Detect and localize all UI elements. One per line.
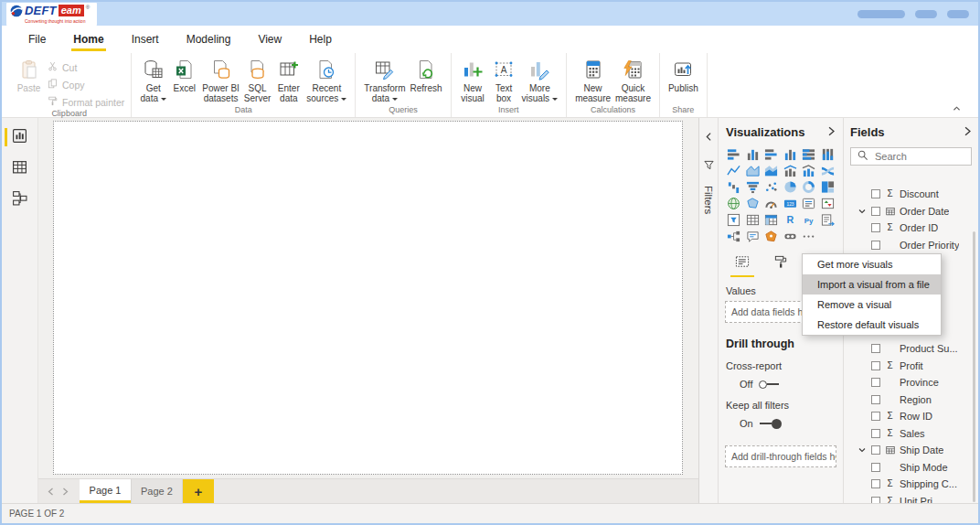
- collapse-chevron-icon[interactable]: [856, 445, 868, 455]
- ribbon-new-measure-button[interactable]: Newmeasure: [573, 58, 612, 104]
- viz-stacked-bar-chart[interactable]: [726, 148, 742, 163]
- search-input[interactable]: [873, 150, 964, 163]
- viz-clustered-column-chart[interactable]: [783, 148, 799, 163]
- ribbon-quick-measure-button[interactable]: Quickmeasure: [613, 58, 653, 104]
- tab-fields[interactable]: [730, 254, 754, 277]
- field-checkbox[interactable]: [871, 497, 880, 503]
- field-checkbox[interactable]: [871, 463, 880, 472]
- field-checkbox[interactable]: [871, 223, 880, 232]
- viz-line-chart[interactable]: [726, 165, 742, 179]
- page-tab-page-1[interactable]: Page 1: [80, 479, 131, 503]
- field-checkbox[interactable]: [871, 207, 880, 216]
- report-page-canvas[interactable]: [53, 121, 683, 475]
- viz-slicer[interactable]: [726, 214, 742, 229]
- viz-metrics-visual[interactable]: [783, 230, 799, 245]
- field-item-order-id[interactable]: ΣOrder ID: [849, 220, 973, 237]
- viz-r-script-visual[interactable]: R: [783, 214, 799, 229]
- menu-insert[interactable]: Insert: [118, 26, 173, 53]
- fields-search-box[interactable]: [850, 147, 972, 166]
- field-checkbox[interactable]: [871, 395, 880, 404]
- collapse-visualizations-chevron-icon[interactable]: [827, 125, 836, 139]
- ribbon-more-visuals-button[interactable]: Morevisuals: [520, 58, 560, 104]
- viz-scatter-chart[interactable]: [763, 181, 780, 196]
- collapse-ribbon-button[interactable]: [949, 102, 964, 114]
- keep-all-filters-toggle[interactable]: [760, 419, 782, 429]
- field-item-product-su[interactable]: Product Su...: [849, 340, 973, 358]
- field-item-order-date[interactable]: Order Date: [849, 203, 973, 220]
- field-checkbox[interactable]: [871, 344, 880, 353]
- fields-scrollbar[interactable]: [973, 231, 975, 502]
- field-checkbox[interactable]: [871, 189, 880, 198]
- viz-qa-visual[interactable]: [745, 230, 762, 245]
- field-checkbox[interactable]: [871, 378, 880, 387]
- next-page-icon[interactable]: [62, 483, 69, 499]
- sidebar-report-view-button[interactable]: [2, 125, 38, 149]
- viz-hundred-stacked-column-chart[interactable]: [820, 148, 836, 163]
- field-item-discount[interactable]: ΣDiscount: [849, 186, 973, 203]
- viz-hundred-stacked-bar-chart[interactable]: [801, 148, 817, 163]
- collapse-chevron-icon[interactable]: [856, 207, 868, 216]
- ribbon-refresh-button[interactable]: Refresh: [409, 58, 444, 94]
- ribbon-transform-data-button[interactable]: Transformdata: [362, 58, 407, 104]
- filters-pane-label[interactable]: Filters: [703, 186, 714, 214]
- viz-donut-chart[interactable]: [801, 181, 817, 196]
- viz-stacked-area-chart[interactable]: [763, 165, 780, 179]
- field-item-shipping-c[interactable]: ΣShipping C...: [849, 476, 973, 493]
- menu-home[interactable]: Home: [59, 26, 117, 53]
- field-item-region[interactable]: Region: [849, 391, 973, 409]
- page-tab-page-2[interactable]: Page 2: [131, 479, 183, 503]
- viz-key-influencers[interactable]: [726, 230, 742, 245]
- field-checkbox[interactable]: [871, 479, 880, 488]
- ribbon-text-box-button[interactable]: ATextbox: [489, 58, 519, 104]
- viz-stacked-column-chart[interactable]: [745, 148, 762, 163]
- menu-file[interactable]: File: [15, 26, 59, 53]
- menu-modeling[interactable]: Modeling: [173, 26, 245, 53]
- viz-line-and-stacked-column-chart[interactable]: [783, 165, 799, 179]
- ribbon-paste-button[interactable]: Paste: [14, 58, 44, 94]
- field-checkbox[interactable]: [871, 429, 880, 438]
- context-menu-item-remove-a-visual[interactable]: Remove a visual: [803, 295, 941, 315]
- window-control-pill[interactable]: [858, 10, 905, 18]
- viz-funnel-chart[interactable]: [745, 181, 762, 196]
- previous-page-icon[interactable]: [48, 483, 54, 499]
- window-control-pill[interactable]: [915, 10, 937, 18]
- viz-map[interactable]: [726, 198, 742, 212]
- field-checkbox[interactable]: [871, 445, 880, 455]
- sidebar-data-view-button[interactable]: [2, 156, 38, 180]
- ribbon-excel-button[interactable]: Excel: [169, 58, 199, 94]
- viz-treemap[interactable]: [820, 181, 836, 196]
- field-item-ship-mode[interactable]: Ship Mode: [849, 459, 973, 477]
- viz-multi-row-card[interactable]: [801, 198, 817, 212]
- menu-view[interactable]: View: [244, 26, 295, 53]
- viz-table[interactable]: [745, 214, 762, 229]
- filter-funnel-icon[interactable]: [704, 157, 714, 174]
- context-menu-item-get-more-visuals[interactable]: Get more visuals: [803, 254, 941, 274]
- viz-more-options-ellipsis[interactable]: [801, 230, 817, 245]
- sidebar-model-view-button[interactable]: [2, 188, 38, 211]
- ribbon-copy-button[interactable]: Copy: [47, 78, 124, 91]
- viz-clustered-bar-chart[interactable]: [763, 148, 780, 163]
- add-drill-through-fields-dropzone[interactable]: Add drill-through fields here: [725, 445, 836, 467]
- ribbon-format-painter-button[interactable]: Format painter: [47, 95, 124, 109]
- viz-python-visual[interactable]: Py: [801, 214, 817, 229]
- menu-help[interactable]: Help: [295, 26, 346, 53]
- field-checkbox[interactable]: [871, 412, 880, 421]
- field-item-sales[interactable]: ΣSales: [849, 425, 973, 443]
- field-checkbox[interactable]: [871, 241, 880, 250]
- collapse-fields-chevron-icon[interactable]: [964, 125, 972, 139]
- viz-kpi[interactable]: [820, 198, 836, 212]
- ribbon-enter-data-button[interactable]: Enterdata: [273, 58, 304, 104]
- viz-pie-chart[interactable]: [783, 181, 799, 196]
- ribbon-get-data-button[interactable]: Getdata: [138, 58, 168, 104]
- viz-area-chart[interactable]: [745, 165, 762, 179]
- viz-waterfall-chart[interactable]: [726, 181, 742, 196]
- viz-paginated-report[interactable]: [820, 214, 836, 229]
- viz-line-and-clustered-column-chart[interactable]: [801, 165, 817, 179]
- ribbon-power-bi-datasets-button[interactable]: Power BIdatasets: [200, 58, 241, 104]
- field-checkbox[interactable]: [871, 361, 880, 370]
- ribbon-sql-server-button[interactable]: SQLServer: [242, 58, 272, 104]
- viz-filled-map[interactable]: [745, 198, 762, 212]
- field-item-ship-date[interactable]: Ship Date: [849, 442, 973, 459]
- tab-format[interactable]: [769, 254, 793, 277]
- viz-card[interactable]: 123: [783, 198, 799, 212]
